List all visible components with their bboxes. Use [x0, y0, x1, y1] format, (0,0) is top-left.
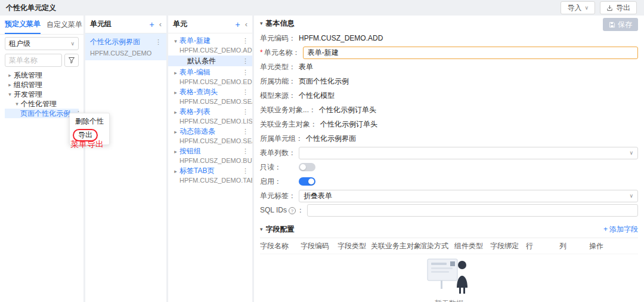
- menu-tree: ▸ 系统管理 ▸ 组织管理 ▾ 开发管理 ▾ 个性化管理: [5, 70, 79, 118]
- field-row-model-source: 模型来源： 个性化模型: [260, 88, 638, 103]
- more-icon[interactable]: ⋮: [242, 88, 249, 96]
- tenant-level-value: 租户级: [9, 39, 30, 49]
- basic-info-section-header[interactable]: ▾ 基本信息: [260, 16, 638, 31]
- tree-item-label: 个性化管理: [21, 99, 57, 109]
- more-icon[interactable]: ⋮: [242, 167, 249, 175]
- unit-name[interactable]: 表格-列表: [179, 107, 242, 117]
- add-unit-icon[interactable]: +: [235, 20, 240, 29]
- field-row-form-columns: 表单列数： ∨: [260, 146, 638, 160]
- unit-row[interactable]: ▸ 表单-编辑 ⋮: [168, 67, 252, 78]
- caret-right-icon[interactable]: ▸: [172, 90, 179, 95]
- unit-child-default-condition[interactable]: 默认条件 ⋮: [168, 56, 252, 66]
- menu-search-input[interactable]: [5, 54, 62, 67]
- unit-row[interactable]: ▸ 动态筛选条 ⋮: [168, 127, 252, 137]
- caret-right-icon[interactable]: ▸: [6, 82, 14, 88]
- add-unit-group-icon[interactable]: +: [149, 20, 154, 29]
- unit-group-item[interactable]: 个性化示例界面 ⋮ HPFM.CUSZ_DEMO: [85, 33, 166, 60]
- field-label-suffix: ：: [297, 206, 304, 214]
- unit-row[interactable]: ▸ 按钮组 ⋮: [168, 146, 252, 156]
- collapse-panel-icon[interactable]: ‹: [245, 20, 247, 29]
- toggle-knob: [308, 178, 314, 184]
- more-icon[interactable]: ⋮: [242, 69, 249, 76]
- unit-code: HPFM.CUSZ_DEMO.TAB: [168, 176, 252, 184]
- unit-list: ▾ 表单-新建 ⋮ HPFM.CUSZ_DEMO.ADD 默认条件 ⋮ ▸ 表单…: [168, 33, 252, 184]
- menu-panel: 预定义菜单 自定义菜单 ‹ 租户级 ∨ ▸ 系统: [0, 16, 83, 302]
- column-header: 操作: [589, 241, 618, 251]
- enabled-toggle[interactable]: [299, 177, 315, 186]
- collapse-panel-icon[interactable]: ‹: [159, 20, 162, 29]
- menu-search-row: [5, 54, 79, 67]
- unit-item-tab-page: ▸ 标签TAB页 ⋮ HPFM.CUSZ_DEMO.TAB: [168, 166, 252, 184]
- unit-name[interactable]: 表格-查询头: [179, 87, 242, 97]
- field-label: 单元标签：: [260, 191, 296, 201]
- tree-item-system-mgmt[interactable]: ▸ 系统管理: [5, 70, 79, 80]
- unit-tag-select[interactable]: 折叠表单 ∨: [299, 190, 638, 202]
- form-columns-select[interactable]: ∨: [299, 147, 638, 159]
- tab-custom-menu[interactable]: 自定义菜单: [47, 16, 82, 34]
- export-button[interactable]: 导出: [600, 1, 637, 14]
- save-button[interactable]: 保存: [603, 18, 638, 31]
- unit-code: HPFM.CUSZ_DEMO.LIST: [168, 117, 252, 125]
- context-menu-item-delete[interactable]: 删除个性: [70, 115, 109, 128]
- caret-right-icon[interactable]: ▸: [6, 72, 14, 78]
- caret-right-icon[interactable]: ▸: [172, 129, 179, 135]
- more-icon[interactable]: ⋮: [242, 37, 249, 45]
- unit-panel-title: 单元: [173, 19, 187, 29]
- more-icon[interactable]: ⋮: [155, 38, 162, 46]
- caret-right-icon[interactable]: ▸: [172, 149, 179, 155]
- empty-text: 暂无数据: [435, 298, 463, 302]
- tree-item-dev-mgmt[interactable]: ▾ 开发管理: [5, 90, 79, 99]
- field-row-unit-name: *单元名称：: [260, 45, 638, 60]
- empty-state: 暂无数据: [260, 257, 638, 302]
- more-icon[interactable]: ⋮: [242, 57, 249, 65]
- unit-name[interactable]: 按钮组: [179, 146, 242, 156]
- column-header: 字段名称: [260, 241, 301, 251]
- field-label: 启用：: [260, 177, 296, 187]
- help-icon[interactable]: ?: [289, 207, 296, 214]
- more-icon[interactable]: ⋮: [242, 108, 249, 116]
- unit-name[interactable]: 表单-新建: [179, 36, 242, 46]
- plus-icon: +: [603, 225, 608, 233]
- import-button[interactable]: 导入 ∨: [561, 1, 595, 14]
- tab-predefined-menu[interactable]: 预定义菜单: [5, 16, 41, 34]
- tree-item-label: 组织管理: [14, 80, 42, 90]
- readonly-toggle[interactable]: [299, 163, 315, 171]
- caret-down-icon[interactable]: ▾: [13, 101, 21, 107]
- sql-ids-input[interactable]: [307, 204, 638, 217]
- tree-item-org-mgmt[interactable]: ▸ 组织管理: [5, 80, 79, 90]
- unit-code: HPFM.CUSZ_DEMO.SEAR...: [168, 137, 252, 145]
- unit-name[interactable]: 动态筛选条: [179, 127, 242, 137]
- field-label-text: SQL IDs: [260, 206, 287, 214]
- field-config-section-header[interactable]: ▾ 字段配置 + 添加字段: [260, 222, 638, 236]
- unit-name-input[interactable]: [303, 47, 638, 59]
- caret-right-icon[interactable]: ▸: [172, 70, 179, 76]
- unit-row[interactable]: ▾ 表单-新建 ⋮: [168, 36, 252, 46]
- unit-item-form-edit: ▸ 表单-编辑 ⋮ HPFM.CUSZ_DEMO.EDIT: [168, 67, 252, 86]
- unit-name[interactable]: 表单-编辑: [179, 67, 242, 78]
- caret-right-icon[interactable]: ▸: [172, 109, 179, 115]
- app-root: 个性化单元定义 导入 ∨ 导出 预定义菜单 自定义菜单 ‹ 租户级 ∨: [0, 0, 644, 302]
- more-icon[interactable]: ⋮: [242, 128, 249, 135]
- more-icon[interactable]: ⋮: [242, 147, 249, 155]
- unit-item-form-add: ▾ 表单-新建 ⋮ HPFM.CUSZ_DEMO.ADD 默认条件 ⋮: [168, 36, 252, 66]
- column-header: 关联业务主对象: [371, 241, 420, 251]
- tree-item-page-personalization-demo[interactable]: 页面个性化示例 ⋮: [5, 109, 79, 118]
- unit-name[interactable]: 标签TAB页: [179, 166, 242, 176]
- empty-illustration: [419, 257, 479, 296]
- field-row-enabled: 启用：: [260, 174, 638, 189]
- menu-tabs: 预定义菜单 自定义菜单 ‹: [0, 16, 83, 35]
- add-field-button[interactable]: + 添加字段: [603, 224, 638, 235]
- tree-item-personalization-mgmt[interactable]: ▾ 个性化管理: [5, 99, 79, 109]
- basic-info-form: 单元编码： HPFM.CUSZ_DEMO.ADD *单元名称： 单元类型： 表单…: [260, 31, 638, 217]
- unit-row[interactable]: ▸ 标签TAB页 ⋮: [168, 166, 252, 176]
- column-header: 渲染方式: [420, 241, 454, 251]
- unit-row[interactable]: ▸ 表格-列表 ⋮: [168, 107, 252, 117]
- caret-down-icon[interactable]: ▾: [6, 91, 14, 97]
- save-icon: [609, 21, 615, 28]
- unit-row[interactable]: ▸ 表格-查询头 ⋮: [168, 87, 252, 97]
- tree-item-label: 系统管理: [14, 70, 42, 81]
- caret-right-icon[interactable]: ▸: [172, 168, 179, 174]
- caret-down-icon[interactable]: ▾: [172, 38, 179, 44]
- filter-button[interactable]: [64, 54, 79, 67]
- tenant-level-select[interactable]: 租户级 ∨: [5, 37, 79, 50]
